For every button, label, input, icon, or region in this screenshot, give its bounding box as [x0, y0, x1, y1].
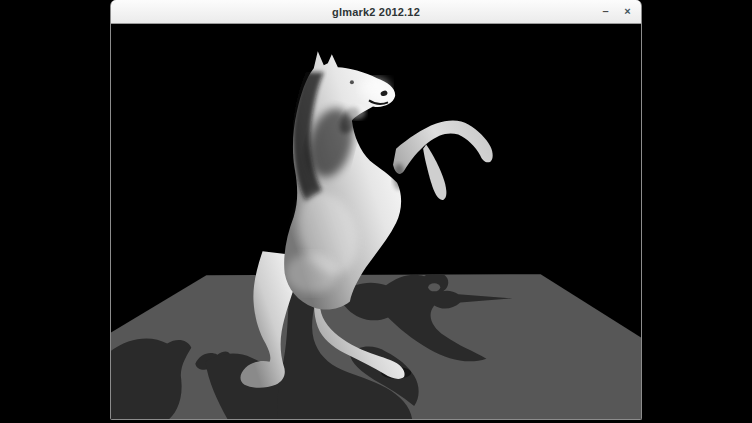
glmark2-window: glmark2 2012.12 – ×: [110, 0, 642, 420]
gl-viewport[interactable]: [111, 24, 641, 419]
window-controls: – ×: [598, 0, 635, 23]
horse-eye: [350, 80, 354, 84]
minimize-button[interactable]: –: [598, 4, 613, 19]
window-title: glmark2 2012.12: [332, 6, 420, 18]
shadow-ear-gap: [428, 283, 440, 291]
desktop: glmark2 2012.12 – ×: [0, 0, 752, 423]
close-button[interactable]: ×: [620, 4, 635, 19]
horse-haunch-highlight: [286, 253, 338, 293]
render-scene: [111, 24, 641, 419]
window-titlebar[interactable]: glmark2 2012.12 – ×: [111, 0, 641, 24]
horse-shoulder-crease: [393, 164, 405, 190]
horse-muzzle-highlight: [360, 77, 390, 99]
horse-cheek-highlight: [348, 105, 366, 119]
